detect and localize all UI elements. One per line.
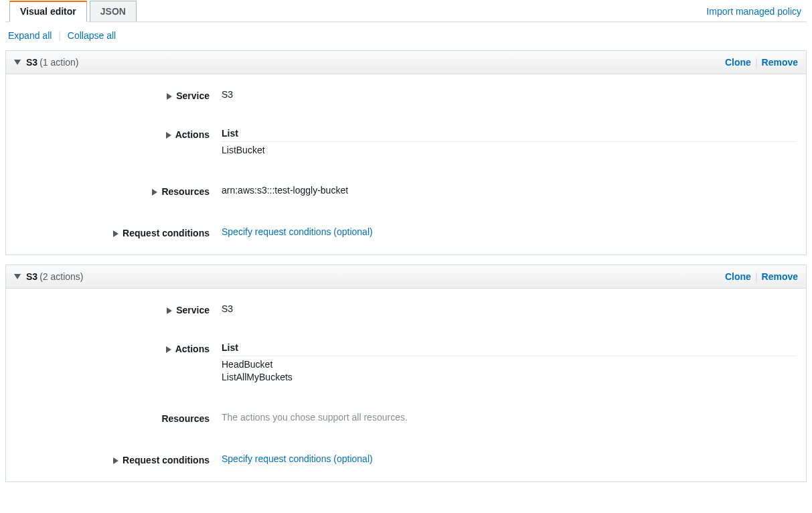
row-value: ListHeadBucketListAllMyBuckets [210,342,795,382]
specify-conditions-link[interactable]: Specify request conditions (optional) [222,226,373,237]
chevron-down-icon [14,274,21,279]
detail-row: Request conditionsSpecify request condit… [17,444,795,468]
chevron-right-icon [152,189,157,196]
statement-header[interactable]: S3 (1 action)Clone|Remove [6,51,806,74]
expand-all-link[interactable]: Expand all [8,30,52,41]
remove-button[interactable]: Remove [762,57,798,68]
detail-row: Resourcesarn:aws:s3:::test-loggly-bucket [17,175,795,200]
action-list: HeadBucketListAllMyBuckets [222,359,795,382]
row-value: The actions you chose support all resour… [210,412,795,423]
svg-marker-5 [14,274,21,279]
chevron-down-icon [14,60,21,65]
policy-statement: S3 (1 action)Clone|Remove ServiceS3 Acti… [5,50,807,255]
svg-marker-2 [166,132,171,139]
row-value: arn:aws:s3:::test-loggly-bucket [210,185,795,196]
row-value: ListListBucket [210,128,795,155]
resources-value: The actions you chose support all resour… [222,412,408,423]
clone-button[interactable]: Clone [725,271,751,282]
svg-marker-3 [152,189,157,196]
remove-button[interactable]: Remove [762,271,798,282]
chevron-right-icon [113,230,118,237]
service-value: S3 [222,303,233,314]
row-value: Specify request conditions (optional) [210,453,795,464]
detail-row: ActionsListHeadBucketListAllMyBuckets [17,333,795,385]
row-label[interactable]: Actions [17,128,210,140]
service-value: S3 [222,89,233,100]
chevron-right-icon [166,346,171,353]
row-label[interactable]: Service [17,89,210,101]
svg-marker-4 [113,230,118,237]
row-value: Specify request conditions (optional) [210,226,795,237]
chevron-right-icon [166,132,171,139]
row-value: S3 [210,89,795,100]
statement-count: (1 action) [39,57,78,68]
svg-marker-6 [167,307,172,314]
detail-row: ServiceS3 [17,80,795,104]
tab-json[interactable]: JSON [90,1,137,22]
collapse-all-link[interactable]: Collapse all [68,30,116,41]
svg-marker-8 [113,457,118,464]
detail-row: ActionsListListBucket [17,119,795,158]
statement-body: ServiceS3 ActionsListListBucket Resource… [6,74,806,254]
action-item: HeadBucket [222,359,795,370]
resources-value: arn:aws:s3:::test-loggly-bucket [222,185,348,196]
action-item: ListAllMyBuckets [222,372,795,382]
tab-visual-editor[interactable]: Visual editor [9,1,87,22]
statement-title: S3 [26,57,37,68]
action-list: ListBucket [222,145,795,155]
chevron-right-icon [167,307,172,314]
expand-collapse-row: Expand all | Collapse all [5,22,807,50]
row-label[interactable]: Request conditions [17,453,210,465]
statement-title: S3 [26,271,37,282]
chevron-right-icon [167,93,172,100]
row-label[interactable]: Resources [17,412,210,424]
row-value: S3 [210,303,795,314]
svg-marker-1 [167,93,172,100]
action-group-label: List [222,128,795,142]
detail-row: Request conditionsSpecify request condit… [17,217,795,241]
action-group-label: List [222,342,795,356]
row-label[interactable]: Request conditions [17,226,210,238]
svg-marker-7 [166,346,171,353]
clone-button[interactable]: Clone [725,57,751,68]
statement-count: (2 actions) [39,271,83,282]
import-managed-policy-link[interactable]: Import managed policy [706,1,807,21]
statement-body: ServiceS3 ActionsListHeadBucketListAllMy… [6,289,806,482]
detail-row: ServiceS3 [17,294,795,318]
statement-header[interactable]: S3 (2 actions)Clone|Remove [6,265,806,289]
action-item: ListBucket [222,145,795,155]
tab-bar: Visual editor JSON Import managed policy [5,0,807,22]
row-label[interactable]: Actions [17,342,210,354]
chevron-right-icon [113,457,118,464]
row-label[interactable]: Service [17,303,210,315]
detail-row: ResourcesThe actions you chose support a… [17,402,795,427]
specify-conditions-link[interactable]: Specify request conditions (optional) [222,453,373,464]
policy-statement: S3 (2 actions)Clone|Remove ServiceS3 Act… [5,265,807,482]
row-label[interactable]: Resources [17,185,210,197]
svg-marker-0 [14,60,21,65]
